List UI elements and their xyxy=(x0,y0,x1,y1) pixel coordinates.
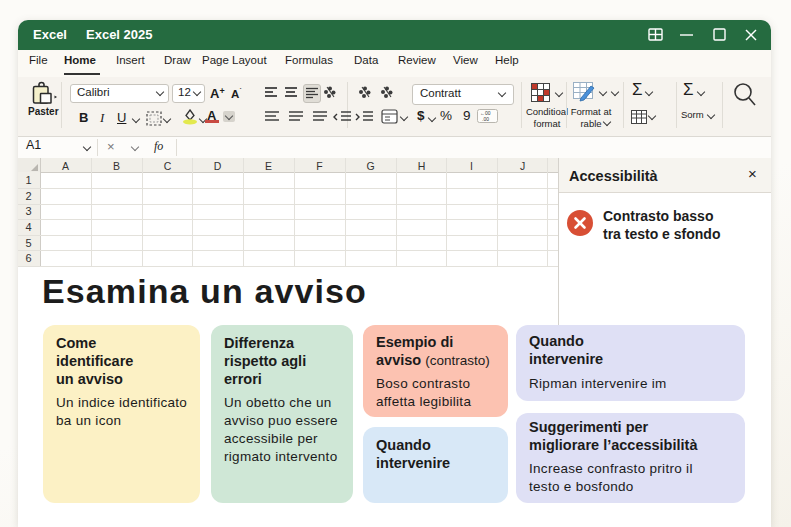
svg-text:.00: .00 xyxy=(482,116,489,122)
